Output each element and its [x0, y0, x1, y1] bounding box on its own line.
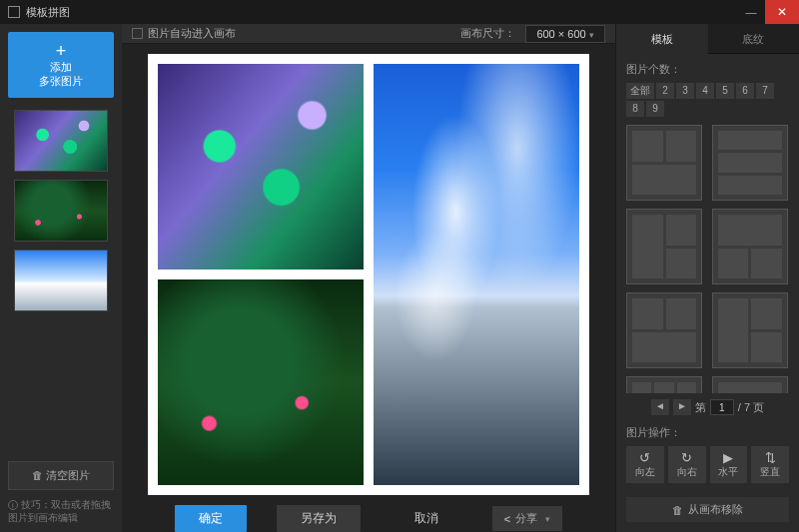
canvas-size-label: 画布尺寸：: [460, 26, 515, 41]
close-button[interactable]: ✕: [765, 0, 799, 24]
image-ops-label: 图片操作：: [616, 421, 799, 446]
rotate-right-icon: ↻: [668, 450, 706, 465]
pager-post: / 7 页: [738, 400, 764, 415]
template-grid: [616, 125, 799, 393]
add-images-button[interactable]: + 添加 多张图片: [8, 32, 114, 98]
remove-from-canvas-button[interactable]: 🗑 从画布移除: [626, 497, 789, 522]
right-tabs: 模板 底纹: [616, 24, 799, 54]
pager-pre: 第: [695, 400, 706, 415]
ok-button[interactable]: 确定: [175, 505, 247, 532]
image-ops: ↺向左 ↻向右 ▶水平 ⇅竖直: [616, 446, 799, 491]
count-5[interactable]: 5: [716, 83, 734, 99]
collage-canvas[interactable]: [148, 54, 589, 495]
share-button[interactable]: < 分享 ▾: [492, 506, 562, 531]
count-2[interactable]: 2: [656, 83, 674, 99]
count-3[interactable]: 3: [676, 83, 694, 99]
add-label2: 多张图片: [8, 74, 114, 88]
canvas-area: [122, 44, 615, 505]
count-9[interactable]: 9: [646, 101, 664, 117]
template-7[interactable]: [626, 376, 702, 393]
left-panel: + 添加 多张图片 🗑 清空图片 i技巧：双击或者拖拽图片到画布编辑: [0, 24, 122, 532]
pager-input[interactable]: [710, 399, 734, 415]
template-1[interactable]: [626, 125, 702, 201]
thumbnail-1[interactable]: [14, 110, 108, 172]
image-count-label: 图片个数：: [626, 62, 789, 77]
template-3[interactable]: [626, 209, 702, 284]
clear-label: 清空图片: [46, 469, 90, 481]
template-pager: ◄ ► 第 / 7 页: [616, 393, 799, 421]
canvas-toolbar: 图片自动进入画布 画布尺寸： 600 × 600▾: [122, 24, 615, 44]
count-7[interactable]: 7: [756, 83, 774, 99]
trash-icon: 🗑: [32, 469, 43, 481]
checkbox-icon: [132, 28, 143, 39]
canvas-slot-2[interactable]: [158, 279, 364, 485]
thumbnail-list: [8, 110, 114, 461]
thumbnail-2[interactable]: [14, 180, 108, 242]
auto-enter-label: 图片自动进入画布: [148, 26, 236, 41]
clear-images-button[interactable]: 🗑 清空图片: [8, 461, 114, 490]
rotate-left-icon: ↺: [626, 450, 664, 465]
template-8[interactable]: [712, 376, 788, 393]
flip-horizontal-button[interactable]: ▶水平: [710, 446, 748, 483]
save-as-button[interactable]: 另存为: [277, 505, 361, 532]
center-panel: 图片自动进入画布 画布尺寸： 600 × 600▾ 确定 另存为 取消 < 分享…: [122, 24, 615, 532]
remove-label: 从画布移除: [688, 502, 743, 517]
count-4[interactable]: 4: [696, 83, 714, 99]
share-icon: <: [504, 513, 510, 525]
tab-texture[interactable]: 底纹: [708, 24, 800, 54]
template-5[interactable]: [626, 292, 702, 368]
tip-text: i技巧：双击或者拖拽图片到画布编辑: [8, 498, 114, 524]
rotate-left-button[interactable]: ↺向左: [626, 446, 664, 483]
count-all[interactable]: 全部: [626, 83, 654, 99]
flip-v-icon: ⇅: [751, 450, 789, 465]
pager-prev[interactable]: ◄: [651, 399, 669, 415]
flip-vertical-button[interactable]: ⇅竖直: [751, 446, 789, 483]
cancel-button[interactable]: 取消: [391, 505, 462, 532]
flip-h-icon: ▶: [710, 450, 748, 465]
rotate-right-button[interactable]: ↻向右: [668, 446, 706, 483]
window-title: 模板拼图: [26, 5, 737, 20]
right-panel: 模板 底纹 图片个数： 全部 2 3 4 5 6 7 8 9: [615, 24, 799, 532]
count-6[interactable]: 6: [736, 83, 754, 99]
bottom-toolbar: 确定 另存为 取消 < 分享 ▾: [122, 505, 615, 532]
count-8[interactable]: 8: [626, 101, 644, 117]
canvas-slot-3[interactable]: [374, 64, 579, 485]
add-label1: 添加: [8, 60, 114, 74]
canvas-slot-1[interactable]: [158, 64, 364, 269]
template-6[interactable]: [712, 292, 788, 368]
image-count-row: 全部 2 3 4 5 6 7 8 9: [626, 83, 789, 117]
template-2[interactable]: [712, 125, 788, 201]
thumbnail-3[interactable]: [14, 250, 108, 311]
template-4[interactable]: [712, 209, 788, 284]
trash-icon: 🗑: [672, 504, 683, 516]
minimize-button[interactable]: —: [737, 0, 765, 24]
chevron-down-icon: ▾: [545, 514, 550, 524]
auto-enter-checkbox[interactable]: 图片自动进入画布: [132, 26, 236, 41]
pager-next[interactable]: ►: [673, 399, 691, 415]
canvas-size-input[interactable]: 600 × 600▾: [525, 25, 605, 43]
share-label: 分享: [515, 511, 537, 526]
app-icon: [8, 6, 20, 18]
tab-template[interactable]: 模板: [616, 24, 708, 54]
plus-icon: +: [8, 42, 114, 60]
